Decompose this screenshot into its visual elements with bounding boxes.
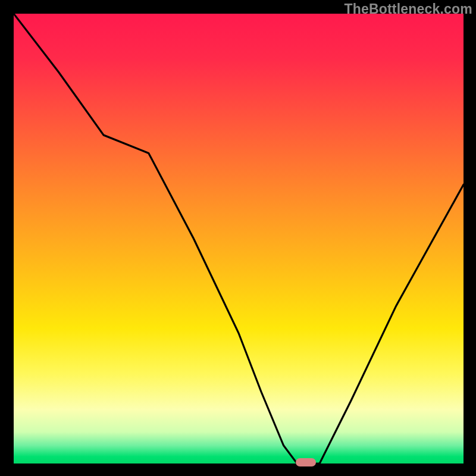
bottleneck-chart: TheBottleneck.com: [0, 0, 476, 476]
bottleneck-curve: [14, 14, 464, 464]
plot-area: [14, 14, 464, 464]
optimal-marker: [296, 458, 316, 466]
curve-path: [14, 14, 464, 464]
watermark-text: TheBottleneck.com: [344, 1, 472, 17]
